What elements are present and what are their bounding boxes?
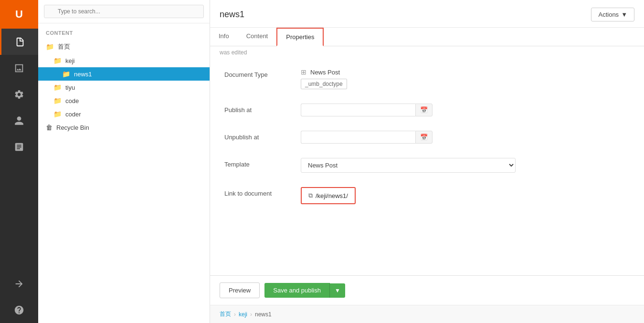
- chevron-down-icon: ▼: [335, 287, 340, 294]
- sidebar-item-media[interactable]: [0, 55, 38, 81]
- tree-panel: 🔍 CONTENT 📁 首页 📁 keji 📁 news1 📁 tiyu 📁 c…: [38, 0, 210, 323]
- sidebar-item-dictionary[interactable]: [0, 134, 38, 160]
- logo-text: U: [15, 8, 23, 21]
- publish-at-input[interactable]: [301, 104, 415, 116]
- tab-content[interactable]: Content: [238, 28, 277, 46]
- breadcrumb-current: news1: [255, 311, 272, 318]
- search-input[interactable]: [44, 5, 204, 18]
- link-to-document-value: ⧉ /keji/news1/: [301, 187, 630, 204]
- breadcrumb-sep-1: ›: [234, 311, 236, 318]
- tree-item-label: Recycle Bin: [56, 124, 89, 131]
- tree-item-label: 首页: [58, 42, 70, 51]
- folder-icon: 📁: [46, 43, 54, 51]
- unpublish-at-calendar-button[interactable]: 📅: [415, 131, 433, 144]
- folder-icon: 📁: [53, 83, 62, 91]
- template-label: Template: [224, 158, 301, 168]
- tree-item-keji[interactable]: 📁 keji: [38, 54, 210, 67]
- actions-button[interactable]: Actions ▼: [591, 8, 634, 21]
- tree-section-label: CONTENT: [38, 28, 210, 40]
- logo-button[interactable]: U: [0, 0, 38, 29]
- template-select[interactable]: News Post: [301, 158, 516, 173]
- template-value: News Post: [301, 158, 630, 173]
- media-icon: [14, 63, 24, 73]
- calendar-icon: 📅: [420, 134, 428, 141]
- save-publish-dropdown-button[interactable]: ▼: [330, 283, 345, 298]
- tree-item-label: coder: [65, 111, 81, 118]
- sidebar-item-redirect[interactable]: [0, 271, 38, 297]
- tree-item-code[interactable]: 📁 code: [38, 94, 210, 107]
- dictionary-icon: [14, 142, 24, 152]
- tree-content: CONTENT 📁 首页 📁 keji 📁 news1 📁 tiyu 📁 cod…: [38, 23, 210, 323]
- tree-item-coder[interactable]: 📁 coder: [38, 107, 210, 121]
- edited-status: was edited: [210, 46, 644, 59]
- unpublish-at-label: Unpublish at: [224, 131, 301, 141]
- page-title: news1: [220, 10, 244, 25]
- publish-at-label: Publish at: [224, 104, 301, 114]
- breadcrumb-home[interactable]: 首页: [220, 310, 231, 318]
- tree-item-recycle[interactable]: 🗑 Recycle Bin: [38, 121, 210, 134]
- sidebar: U: [0, 0, 38, 323]
- sidebar-item-settings[interactable]: [0, 81, 38, 107]
- tree-item-news1[interactable]: 📁 news1: [38, 67, 210, 81]
- link-box[interactable]: ⧉ /keji/news1/: [301, 187, 356, 204]
- unpublish-at-value: 📅: [301, 131, 630, 144]
- template-row: Template News Post: [224, 158, 630, 173]
- save-publish-group: Save and publish ▼: [264, 283, 345, 298]
- folder-icon: 📁: [53, 57, 62, 64]
- main-header: news1 Actions ▼: [210, 0, 644, 28]
- tree-item-label: code: [65, 97, 79, 104]
- folder-icon: 📁: [62, 70, 70, 78]
- doc-type-name: News Post: [310, 69, 340, 76]
- calendar-icon: 📅: [420, 106, 428, 114]
- sidebar-item-users[interactable]: [0, 107, 38, 134]
- grid-icon: ⊞: [301, 68, 306, 76]
- doctype-tag: _umb_doctype: [301, 79, 347, 89]
- search-bar: 🔍: [38, 0, 210, 23]
- content-icon: [15, 37, 25, 47]
- unpublish-at-input[interactable]: [301, 131, 415, 144]
- document-type-label: Document Type: [224, 68, 301, 78]
- breadcrumb-sep-2: ›: [250, 311, 252, 318]
- save-and-publish-button[interactable]: Save and publish: [264, 283, 330, 298]
- tree-item-label: tiyu: [65, 84, 75, 91]
- breadcrumb: 首页 › keji › news1: [210, 305, 644, 323]
- link-to-document-label: Link to document: [224, 187, 301, 197]
- sidebar-item-content[interactable]: [0, 29, 38, 55]
- help-icon: [14, 305, 24, 315]
- users-icon: [14, 115, 24, 126]
- link-to-document-row: Link to document ⧉ /keji/news1/: [224, 187, 630, 204]
- tabs-bar: Info Content Properties: [210, 28, 644, 46]
- recycle-icon: 🗑: [46, 124, 53, 131]
- chevron-down-icon: ▼: [621, 11, 627, 18]
- settings-icon: [14, 89, 24, 100]
- preview-button[interactable]: Preview: [220, 282, 260, 298]
- main-content: news1 Actions ▼ Info Content Properties …: [210, 0, 644, 323]
- breadcrumb-keji[interactable]: keji: [239, 311, 247, 318]
- document-type-value: ⊞ News Post _umb_doctype: [301, 68, 630, 89]
- tree-item-label: keji: [65, 57, 75, 64]
- folder-icon: 📁: [53, 110, 62, 118]
- tree-item-label: news1: [74, 71, 92, 78]
- folder-icon: 📁: [53, 97, 62, 104]
- document-type-row: Document Type ⊞ News Post _umb_doctype: [224, 68, 630, 89]
- publish-at-value: 📅: [301, 104, 630, 116]
- tab-info[interactable]: Info: [210, 28, 238, 46]
- tree-item-tiyu[interactable]: 📁 tiyu: [38, 81, 210, 94]
- actions-label: Actions: [598, 11, 619, 18]
- publish-at-calendar-button[interactable]: 📅: [415, 104, 433, 116]
- tab-properties[interactable]: Properties: [276, 28, 324, 46]
- tree-item-home[interactable]: 📁 首页: [38, 40, 210, 54]
- footer-bar: Preview Save and publish ▼: [210, 275, 644, 305]
- unpublish-at-row: Unpublish at 📅: [224, 131, 630, 144]
- link-path: /keji/news1/: [316, 192, 348, 199]
- main-body: Document Type ⊞ News Post _umb_doctype P…: [210, 59, 644, 275]
- sidebar-item-help[interactable]: [0, 297, 38, 323]
- external-link-icon: ⧉: [308, 192, 313, 199]
- publish-at-row: Publish at 📅: [224, 104, 630, 116]
- redirect-icon: [14, 279, 24, 289]
